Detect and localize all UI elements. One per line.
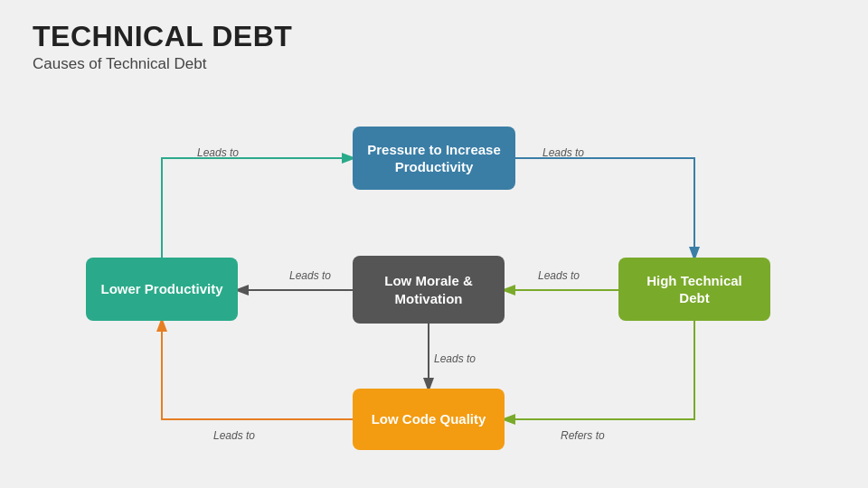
morale-box: Low Morale & Motivation xyxy=(353,256,505,324)
tech-debt-box: High Technical Debt xyxy=(618,258,770,321)
label-leads-to-5: Leads to xyxy=(434,352,476,365)
label-leads-to-6: Leads to xyxy=(213,429,255,442)
label-leads-to-2: Leads to xyxy=(542,146,584,159)
label-refers-to: Refers to xyxy=(561,429,605,442)
code-quality-box: Low Code Quality xyxy=(353,389,505,450)
header: TECHNICAL DEBT Causes of Technical Debt xyxy=(0,0,868,77)
sub-title: Causes of Technical Debt xyxy=(33,55,835,73)
label-leads-to-4: Leads to xyxy=(538,269,580,282)
label-leads-to-1: Leads to xyxy=(197,146,239,159)
main-title: TECHNICAL DEBT xyxy=(33,20,835,53)
pressure-box: Pressure to Increase Productivity xyxy=(353,127,515,190)
diagram-area: Leads to Leads to Leads to Leads to Lead… xyxy=(0,90,868,488)
label-leads-to-3: Leads to xyxy=(289,269,331,282)
lower-productivity-box: Lower Productivity xyxy=(86,258,238,321)
